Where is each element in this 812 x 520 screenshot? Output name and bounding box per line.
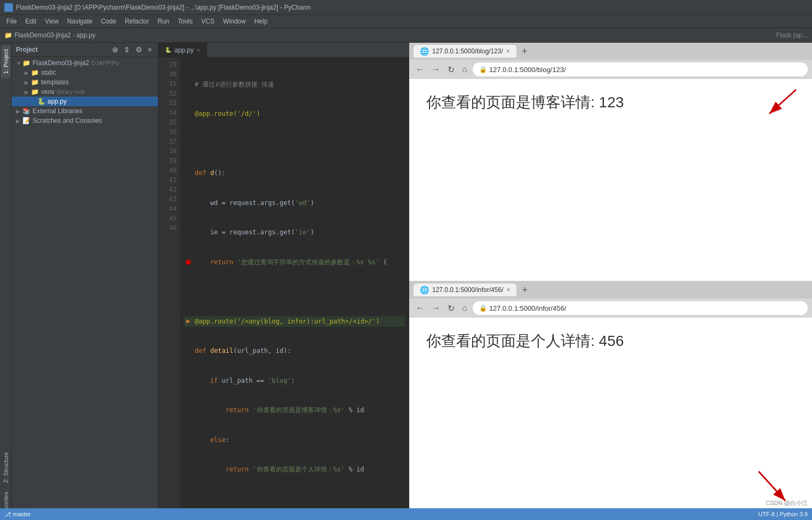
tree-venv[interactable]: ▶ 📁 venv library root	[12, 87, 158, 97]
menu-file[interactable]: File	[2, 17, 21, 26]
sidebar-header: Project ⊕ ⇕ ⚙ ×	[12, 43, 158, 57]
code-30-decorator: @app.route('/d/')	[195, 109, 260, 119]
ln-32: 32	[162, 89, 177, 98]
ln-35: 35	[162, 117, 177, 127]
menu-view[interactable]: View	[41, 17, 63, 26]
ln-31: 31	[162, 79, 177, 89]
new-tab-btn-1[interactable]: +	[519, 46, 531, 57]
code-35-kw: return	[195, 257, 233, 267]
address-text-1: 127.0.0.1:5000/blog/123/	[489, 66, 566, 74]
vertical-tab-strip: 1: Project Z: Structure Favorites	[0, 43, 12, 520]
code-line-39: if url_path == 'blog' :	[184, 375, 405, 386]
tree-templates-label: templates	[41, 78, 69, 86]
editor-area: 🐍 app.py × 29 30 31 32 33 34 35 36 37 38	[158, 43, 409, 520]
ln-45: 45	[162, 214, 177, 223]
sidebar: Project ⊕ ⇕ ⚙ × ▼ 📁 FlaskDemo03-jinja2 D…	[12, 43, 158, 520]
ln-40: 40	[162, 166, 177, 175]
folder-icon: 📁	[22, 59, 30, 67]
browser-chrome-2: 🌐 127.0.0.1:5000/infor/456/ × + ← → ↻ ⌂ …	[409, 281, 812, 318]
code-38-kw: def	[195, 346, 206, 356]
menu-vcs[interactable]: VCS	[197, 17, 219, 26]
menu-refactor[interactable]: Refactor	[121, 17, 153, 26]
svg-marker-0	[186, 319, 190, 324]
ln-29: 29	[162, 60, 177, 69]
tree-scratches[interactable]: ▶ 📝 Scratches and Consoles	[12, 116, 158, 125]
refresh-btn-1[interactable]: ↻	[445, 64, 457, 76]
extlibs-expand: ▶	[16, 108, 22, 114]
code-34-str: 'ie'	[295, 227, 311, 237]
tree-ext-libs[interactable]: ▶ 📚 External Libraries	[12, 106, 158, 116]
browser-address-bar-2: ← → ↻ ⌂ 🔒 127.0.0.1:5000/infor/456/	[409, 298, 812, 318]
extlibs-icon: 📚	[22, 107, 30, 115]
address-input-2[interactable]: 🔒 127.0.0.1:5000/infor/456/	[473, 301, 808, 315]
back-btn-1[interactable]: ←	[413, 64, 426, 75]
scratches-icon: 📝	[22, 117, 30, 124]
browser-content-2: 你查看的页面是个人详情: 456	[426, 330, 624, 351]
code-31-empty	[195, 139, 198, 148]
tree-root-label: FlaskDemo03-jinja2	[33, 59, 89, 67]
globe-icon-1: 🌐	[420, 47, 429, 56]
browser-tab-2[interactable]: 🌐 127.0.0.1:5000/infor/456/ ×	[413, 283, 516, 296]
marker-35	[184, 259, 193, 265]
vtab-project[interactable]: 1: Project	[1, 45, 11, 78]
new-tab-btn-2[interactable]: +	[519, 285, 531, 296]
vtab-structure[interactable]: Z: Structure	[1, 448, 11, 487]
menu-help[interactable]: Help	[250, 17, 272, 26]
menu-edit[interactable]: Edit	[21, 17, 41, 26]
code-42-rest: % id	[345, 464, 364, 474]
sidebar-title: Project	[16, 46, 38, 53]
tree-static[interactable]: ▶ 📁 static	[12, 68, 158, 77]
ln-33: 33	[162, 98, 177, 108]
breadcrumb-project[interactable]: 📁 FlaskDemo03-jinja2	[4, 31, 71, 39]
breadcrumb-file[interactable]: app.py	[76, 31, 95, 39]
breadcrumb-sep: ›	[73, 31, 75, 39]
globe-icon-2: 🌐	[420, 286, 429, 294]
sidebar-settings-btn[interactable]: ⚙	[134, 45, 144, 54]
menu-run[interactable]: Run	[153, 17, 173, 26]
csdn-label: CSDN @白小江	[766, 499, 808, 507]
tree-templates[interactable]: ▶ 📁 templates	[12, 77, 158, 87]
tree-apppy[interactable]: 🐍 app.py	[12, 97, 158, 106]
code-41-kw: else	[195, 435, 226, 445]
address-input-1[interactable]: 🔒 127.0.0.1:5000/blog/123/	[473, 62, 808, 76]
menu-code[interactable]: Code	[97, 17, 121, 26]
forward-btn-2[interactable]: →	[429, 302, 442, 314]
menu-tools[interactable]: Tools	[173, 17, 197, 26]
root-expand-icon: ▼	[16, 60, 22, 66]
home-btn-2[interactable]: ⌂	[460, 302, 469, 314]
tab-close-btn[interactable]: ×	[197, 47, 200, 53]
tree-apppy-label: app.py	[47, 98, 67, 105]
code-37-decorator: @app.route('/<any(blog, infor):url_path>…	[195, 317, 380, 326]
code-editor[interactable]: # 通过∂进行参数拼接 传递 @app.route('/d/') def	[180, 58, 409, 520]
editor-tab-apppy[interactable]: 🐍 app.py ×	[158, 43, 207, 57]
back-btn-2[interactable]: ←	[413, 302, 426, 314]
breakpoint-35	[186, 259, 191, 265]
tree-root[interactable]: ▼ 📁 FlaskDemo03-jinja2 D:\APP\Py	[12, 58, 158, 68]
browser-chrome-1: 🌐 127.0.0.1:5000/blog/123/ × + ← → ↻ ⌂ 🔒…	[409, 43, 812, 79]
status-bar: ⎇ master UTF-8 | Python 3.9	[0, 508, 812, 520]
code-35-str: '您通过查询字符串的方式传递的参数是：%s %s'	[233, 257, 379, 267]
code-29-comment: # 通过∂进行参数拼接 传递	[195, 80, 274, 89]
browser-tab-1[interactable]: 🌐 127.0.0.1:5000/blog/123/ ×	[413, 45, 516, 58]
code-line-42: return '你查看的页面是个人详情：%s' % id	[184, 464, 405, 475]
code-line-43	[184, 494, 405, 505]
sidebar-close-btn[interactable]: ×	[146, 45, 154, 54]
browser-tab-close-2[interactable]: ×	[506, 286, 510, 294]
browser-tab-close-1[interactable]: ×	[506, 48, 510, 55]
refresh-btn-2[interactable]: ↻	[445, 302, 457, 314]
sidebar-sync-btn[interactable]: ⊕	[110, 45, 120, 54]
browser-body-1: 你查看的页面是博客详情: 123	[409, 79, 812, 281]
ln-46: 46	[162, 223, 177, 233]
code-32-kw: def	[195, 168, 206, 178]
sidebar-collapse-btn[interactable]: ⇕	[122, 45, 132, 54]
menu-window[interactable]: Window	[219, 17, 250, 26]
forward-btn-1[interactable]: →	[429, 64, 442, 75]
browser-body-2: 你查看的页面是个人详情: 456	[409, 318, 812, 519]
code-41-colon: :	[226, 435, 229, 445]
code-39-str: 'blog'	[268, 376, 291, 385]
menu-navigate[interactable]: Navigate	[63, 17, 97, 26]
editor-content: 29 30 31 32 33 34 35 36 37 38 39 40 41 4…	[158, 58, 409, 520]
templates-expand: ▶	[25, 80, 31, 85]
marker-37	[184, 318, 193, 325]
home-btn-1[interactable]: ⌂	[460, 64, 469, 75]
